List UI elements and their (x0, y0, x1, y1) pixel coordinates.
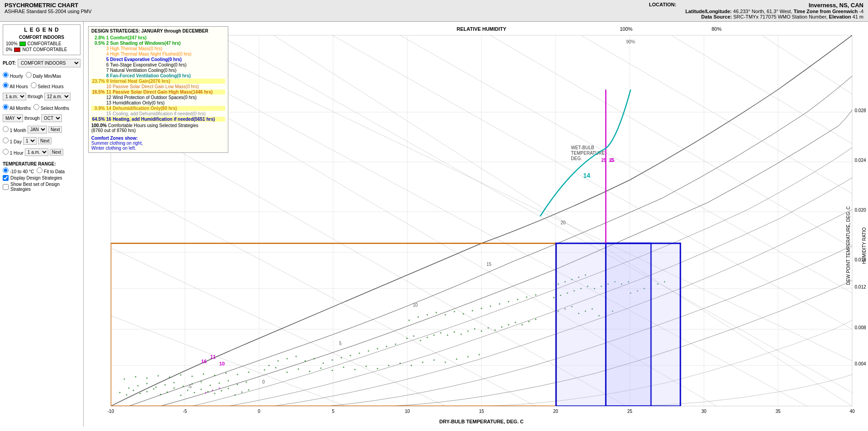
select-hours-radio[interactable] (31, 82, 37, 88)
day-val-select[interactable]: 1 (23, 137, 37, 145)
hourly-daily-row: Hourly Daily Min/Max (3, 72, 80, 79)
svg-point-110 (158, 375, 159, 377)
one-month-radio[interactable] (3, 126, 9, 132)
select-months-radio[interactable] (33, 104, 39, 110)
svg-text:0.028: 0.028 (854, 108, 866, 113)
svg-text:35: 35 (775, 409, 781, 414)
all-months-radio[interactable] (3, 104, 9, 110)
to-time-select[interactable]: 12 a.m. (44, 93, 71, 100)
svg-text:DRY-BULB TEMPERATURE, DEG. C: DRY-BULB TEMPERATURE, DEG. C (439, 419, 524, 424)
lat-lon-value: 46.233° North, 61.3° West, (733, 9, 793, 14)
to-month-select[interactable]: OCT (41, 114, 62, 122)
temp-range-option1-radio[interactable] (3, 167, 9, 173)
legend-not-comfortable: 0% NOT COMFORTABLE (6, 47, 77, 52)
svg-point-100 (192, 384, 193, 385)
svg-point-151 (488, 327, 489, 329)
main-content: L E G E N D COMFORT INDOORS 100% COMFORT… (0, 22, 868, 426)
hourly-label: Hourly (10, 74, 23, 79)
one-day-radio[interactable] (3, 137, 9, 143)
not-comfortable-color-swatch (14, 47, 20, 52)
svg-point-90 (235, 394, 236, 396)
all-hours-radio[interactable] (3, 82, 9, 88)
ds-text-9: Internal Heat Gain(2076 hrs) (110, 79, 170, 84)
month-val-select[interactable]: JAN (28, 126, 47, 133)
ds-num-14: 14 (106, 106, 111, 111)
ds-text-6: Two-Stage Evaporative Cooling(0 hrs) (110, 62, 187, 67)
svg-point-178 (305, 360, 306, 362)
comfortable-label: COMFORTABLE (28, 41, 61, 46)
svg-point-165 (463, 313, 464, 315)
next-hour-button[interactable]: Next (50, 149, 64, 156)
svg-point-84 (194, 392, 195, 393)
svg-text:0.008: 0.008 (854, 325, 866, 330)
ds-num-1: 1 (106, 35, 109, 40)
daily-radio[interactable] (26, 72, 32, 78)
select-months-label[interactable]: Select Months (33, 104, 69, 111)
next-month-button[interactable]: Next (48, 126, 62, 133)
temp-range-options: -10 to 40 °C Fit to Data (3, 167, 80, 174)
all-months-label[interactable]: All Months (3, 104, 31, 111)
next-day-button[interactable]: Next (38, 137, 52, 144)
from-month-select[interactable]: MAY (3, 114, 23, 122)
show-best-row: Show Best set of Design Strategies (3, 182, 80, 192)
svg-point-163 (445, 314, 446, 316)
page-header: PSYCHROMETRIC CHART ASHRAE Standard 55-2… (0, 0, 868, 22)
one-hour-label[interactable]: 1 Hour (3, 149, 24, 156)
select-hours-label[interactable]: Select Hours (31, 82, 64, 89)
one-month-label[interactable]: 1 Month (3, 126, 26, 133)
one-hour-radio[interactable] (3, 149, 9, 155)
svg-point-121 (287, 372, 288, 373)
svg-point-102 (210, 385, 211, 386)
one-day-label[interactable]: 1 Day (3, 137, 22, 144)
comfort-hours-total: 100.0% Comfortable Hours using Selected … (91, 123, 225, 133)
svg-point-157 (528, 321, 530, 322)
show-best-label: Show Best set of Design Strategies (10, 182, 80, 192)
svg-point-168 (490, 306, 491, 307)
svg-point-161 (427, 314, 428, 316)
ds-text-3: High Thermal Mass(0 hrs) (110, 46, 162, 51)
ds-pct-2: 0.5% (91, 41, 105, 46)
show-best-checkbox[interactable] (3, 184, 9, 190)
svg-point-175 (278, 360, 279, 362)
through-label-1: through (28, 94, 43, 99)
plot-select[interactable]: COMFORT INDOORS OUTDOOR CONDITIONS (18, 59, 80, 67)
svg-point-185 (368, 350, 369, 352)
svg-text:11: 11 (210, 354, 216, 360)
from-time-select[interactable]: 1 a.m. (3, 93, 26, 100)
display-strategies-checkbox[interactable] (3, 175, 9, 181)
ds-num-9: 9 (106, 79, 109, 84)
chart-title: PSYCHROMETRIC CHART (5, 2, 92, 9)
svg-text:-10: -10 (108, 409, 114, 414)
elevation-label: Elevation (829, 14, 851, 19)
svg-text:15: 15 (486, 262, 492, 267)
svg-point-179 (314, 358, 315, 360)
temp-range-option2-radio[interactable] (37, 167, 42, 173)
hour-val-select[interactable]: 1 a.m. (25, 148, 48, 156)
not-comfortable-label: NOT COMFORTABLE (22, 47, 67, 52)
ds-row-7: 7 Natural Ventilation Cooling(0 hrs) (91, 68, 225, 73)
daily-radio-label[interactable]: Daily Min/Max (26, 72, 61, 79)
comfort-zones-detail-1: Summer clothing on right, (91, 141, 225, 146)
hourly-radio[interactable] (3, 72, 9, 78)
all-hours-label[interactable]: All Hours (3, 82, 28, 89)
svg-text:5: 5 (332, 409, 335, 414)
svg-point-73 (119, 392, 121, 393)
svg-text:100%: 100% (620, 26, 632, 32)
hourly-radio-label[interactable]: Hourly (3, 72, 23, 79)
temp-range-option2-label[interactable]: Fit to Data (37, 167, 65, 174)
svg-point-176 (287, 358, 288, 360)
svg-point-80 (167, 392, 168, 393)
ds-row-12: 12 Wind Protection of Outdoor Spaces(0 h… (91, 95, 225, 100)
svg-point-91 (241, 392, 243, 393)
svg-text:HUMIDITY RATIO: HUMIDITY RATIO (862, 227, 867, 264)
one-hour-text: 1 Hour (10, 151, 24, 156)
svg-point-135 (445, 362, 446, 363)
svg-point-184 (359, 353, 360, 354)
temp-range-label: TEMPERATURE RANGE: (3, 161, 80, 166)
svg-point-186 (377, 348, 378, 350)
header-left: PSYCHROMETRIC CHART ASHRAE Standard 55-2… (5, 2, 92, 19)
lat-lon-label: Latitude/Longitude: (685, 9, 732, 14)
temp-range-option1-label[interactable]: -10 to 40 °C (3, 167, 34, 174)
svg-point-147 (461, 334, 462, 335)
ds-text-15: Cooling, add Dehumidification if needed(… (113, 111, 206, 116)
